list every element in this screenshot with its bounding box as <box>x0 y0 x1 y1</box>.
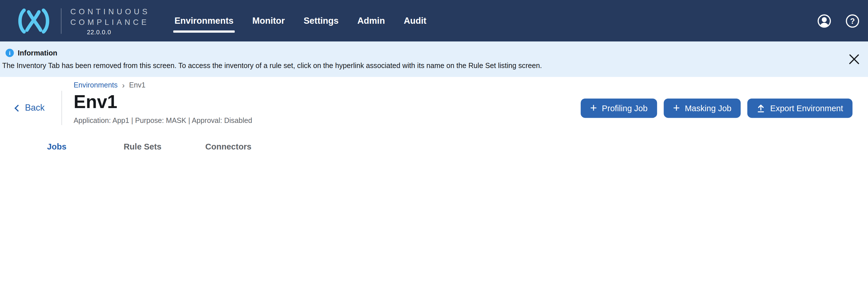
header-actions: + Profiling Job + Masking Job Export Env… <box>581 99 852 118</box>
logo-divider <box>61 8 61 33</box>
back-button[interactable]: Back <box>16 103 44 113</box>
information-banner: i Information The Inventory Tab has been… <box>0 41 868 77</box>
banner-message: The Inventory Tab has been removed from … <box>2 61 840 70</box>
close-icon[interactable] <box>848 54 860 65</box>
plus-icon: + <box>590 102 597 113</box>
breadcrumb-environments[interactable]: Environments <box>74 82 118 89</box>
main-nav: Environments Monitor Settings Admin Audi… <box>175 16 426 26</box>
masking-job-button[interactable]: + Masking Job <box>663 99 741 118</box>
tab-jobs[interactable]: Jobs <box>14 142 99 150</box>
avatar-shoulders <box>820 22 829 27</box>
help-icon[interactable]: ? <box>846 14 859 27</box>
version-label: 22.0.0.0 <box>87 29 150 35</box>
tab-bar: Jobs Rule Sets Connectors <box>14 142 868 150</box>
breadcrumb: Environments › Env1 <box>74 82 868 89</box>
navbar-right: ? <box>818 14 860 27</box>
chevron-left-icon <box>14 105 22 112</box>
nav-item-audit[interactable]: Audit <box>404 16 426 26</box>
brand-line1: CONTINUOUS <box>70 6 150 17</box>
back-label: Back <box>25 103 44 113</box>
nav-item-admin[interactable]: Admin <box>358 16 385 26</box>
tab-connectors[interactable]: Connectors <box>186 142 271 150</box>
breadcrumb-current: Env1 <box>129 82 145 89</box>
profiling-job-button[interactable]: + Profiling Job <box>581 99 657 118</box>
page-header: Environments › Env1 Back Env1 Applicatio… <box>0 77 868 125</box>
app-window: CONTINUOUS COMPLIANCE 22.0.0.0 Environme… <box>0 0 868 150</box>
avatar-head <box>822 17 827 22</box>
banner-title: Information <box>18 48 57 57</box>
plus-icon: + <box>673 102 680 113</box>
brand-line2: COMPLIANCE <box>70 17 150 27</box>
upload-icon <box>757 104 765 112</box>
nav-item-settings[interactable]: Settings <box>304 16 339 26</box>
breadcrumb-separator-icon: › <box>122 82 125 89</box>
user-avatar-icon[interactable] <box>818 14 831 27</box>
brand-wordmark: CONTINUOUS COMPLIANCE 22.0.0.0 <box>70 6 150 35</box>
nav-item-environments[interactable]: Environments <box>175 16 234 26</box>
delphix-logo-icon[interactable] <box>16 8 52 33</box>
info-icon: i <box>5 48 14 57</box>
tab-rule-sets[interactable]: Rule Sets <box>100 142 186 150</box>
header-divider <box>61 91 62 125</box>
export-environment-button[interactable]: Export Environment <box>747 99 852 118</box>
top-navbar: CONTINUOUS COMPLIANCE 22.0.0.0 Environme… <box>0 0 868 41</box>
nav-item-monitor[interactable]: Monitor <box>252 16 285 26</box>
